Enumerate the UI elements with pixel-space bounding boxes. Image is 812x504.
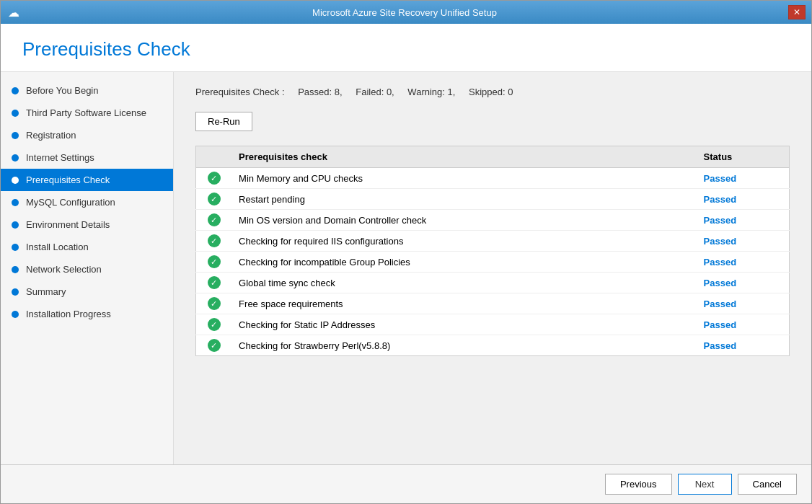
table-row: ✓Checking for Static IP AddressesPassed [196,314,790,335]
table-row: ✓Free space requirementsPassed [196,293,790,314]
status-link[interactable]: Passed [704,319,737,330]
row-status[interactable]: Passed [697,168,790,189]
status-link[interactable]: Passed [704,194,737,205]
sidebar-item-label: Before You Begin [26,85,98,96]
rerun-button[interactable]: Re-Run [195,112,252,131]
skipped-count: Skipped: 0 [469,87,513,97]
check-passed-icon: ✓ [208,276,221,289]
sidebar-item-prerequisites-check[interactable]: Prerequisites Check [1,169,173,191]
row-check-name: Global time sync check [231,273,696,293]
sidebar-item-label: Environment Details [26,219,110,230]
title-bar: ☁ Microsoft Azure Site Recovery Unified … [1,1,811,24]
row-icon-cell: ✓ [196,168,232,189]
check-passed-icon: ✓ [208,255,221,268]
status-link[interactable]: Passed [704,257,737,268]
sidebar-dot [12,110,19,117]
main-content: Prerequisites Check : Passed: 8, Failed:… [174,72,811,464]
row-icon-cell: ✓ [196,335,232,356]
sidebar-item-network-selection[interactable]: Network Selection [1,258,173,280]
col-header-check: Prerequisites check [231,146,696,168]
sidebar-item-mysql-configuration[interactable]: MySQL Configuration [1,191,173,213]
sidebar-item-label: Summary [26,286,66,297]
prerequisites-table: Prerequisites check Status ✓Min Memory a… [195,146,790,356]
row-icon-cell: ✓ [196,314,232,335]
sidebar-item-label: Install Location [26,242,89,252]
sidebar-dot [12,221,19,229]
footer: Previous Next Cancel [1,464,811,503]
sidebar-item-registration[interactable]: Registration [1,124,173,146]
next-button[interactable]: Next [678,474,732,495]
row-status[interactable]: Passed [697,231,790,252]
check-passed-icon: ✓ [208,172,221,185]
sidebar-item-third-party[interactable]: Third Party Software License [1,102,173,124]
row-status[interactable]: Passed [697,210,790,231]
status-link[interactable]: Passed [704,278,737,288]
row-icon-cell: ✓ [196,273,232,293]
status-link[interactable]: Passed [704,215,737,226]
row-icon-cell: ✓ [196,210,232,231]
row-icon-cell: ✓ [196,231,232,252]
sidebar-item-label: MySQL Configuration [26,197,115,208]
row-check-name: Checking for Strawberry Perl(v5.8.8) [231,335,696,356]
sidebar-dot [12,244,19,251]
sidebar-item-label: Internet Settings [26,152,94,163]
sidebar-dot [12,266,19,273]
table-row: ✓Restart pendingPassed [196,189,790,210]
sidebar-item-internet-settings[interactable]: Internet Settings [1,146,173,169]
sidebar-dot [12,132,19,139]
sidebar-dot [12,154,19,162]
check-passed-icon: ✓ [208,318,221,331]
sidebar-item-summary[interactable]: Summary [1,280,173,303]
prereq-summary: Prerequisites Check : Passed: 8, Failed:… [195,87,790,97]
row-check-name: Checking for required IIS configurations [231,231,696,252]
content-area: Before You BeginThird Party Software Lic… [1,72,811,464]
page-title: Prerequisites Check [22,38,790,61]
sidebar-item-label: Third Party Software License [26,107,146,118]
summary-label: Prerequisites Check : [195,87,285,97]
row-icon-cell: ✓ [196,293,232,314]
sidebar-dot [12,311,19,318]
window-title: Microsoft Azure Site Recovery Unified Se… [21,7,788,18]
warning-count: Warning: 1, [407,87,455,97]
sidebar-dot [12,199,19,206]
sidebar-item-label: Network Selection [26,264,102,275]
row-check-name: Restart pending [231,189,696,210]
row-status[interactable]: Passed [697,293,790,314]
status-link[interactable]: Passed [704,340,737,351]
check-passed-icon: ✓ [208,213,221,226]
previous-button[interactable]: Previous [605,474,672,495]
row-status[interactable]: Passed [697,314,790,335]
row-status[interactable]: Passed [697,335,790,356]
sidebar-item-install-location[interactable]: Install Location [1,236,173,258]
cancel-button[interactable]: Cancel [738,474,797,495]
close-button[interactable]: ✕ [788,5,806,19]
sidebar-dot [12,177,19,184]
sidebar-item-before-you-begin[interactable]: Before You Begin [1,79,173,102]
sidebar-item-label: Prerequisites Check [26,174,110,185]
passed-count: Passed: 8, [298,87,342,97]
table-row: ✓Checking for Strawberry Perl(v5.8.8)Pas… [196,335,790,356]
sidebar-item-label: Installation Progress [26,309,111,319]
sidebar-item-label: Registration [26,130,76,141]
status-link[interactable]: Passed [704,173,737,184]
sidebar-dot [12,87,19,94]
row-status[interactable]: Passed [697,189,790,210]
row-icon-cell: ✓ [196,189,232,210]
status-link[interactable]: Passed [704,299,737,309]
sidebar: Before You BeginThird Party Software Lic… [1,72,174,464]
sidebar-item-installation-progress[interactable]: Installation Progress [1,303,173,325]
row-check-name: Checking for Static IP Addresses [231,314,696,335]
failed-count: Failed: 0, [356,87,394,97]
row-check-name: Checking for incompatible Group Policies [231,252,696,273]
page-header: Prerequisites Check [1,24,811,72]
col-header-status: Status [697,146,790,168]
check-passed-icon: ✓ [208,234,221,247]
sidebar-item-environment-details[interactable]: Environment Details [1,213,173,236]
row-status[interactable]: Passed [697,273,790,293]
col-header-icon [196,146,232,168]
table-row: ✓Checking for required IIS configuration… [196,231,790,252]
row-status[interactable]: Passed [697,252,790,273]
table-row: ✓Checking for incompatible Group Policie… [196,252,790,273]
main-window: ☁ Microsoft Azure Site Recovery Unified … [0,0,812,504]
status-link[interactable]: Passed [704,236,737,247]
